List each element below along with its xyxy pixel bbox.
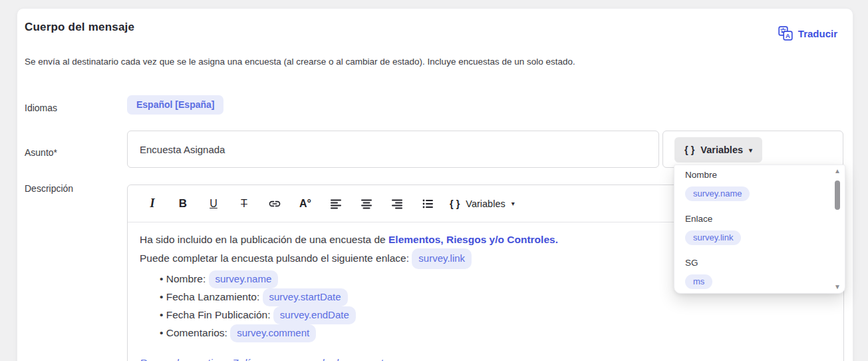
strikethrough-icon: T xyxy=(241,198,247,210)
bold-button[interactable]: B xyxy=(168,192,198,216)
dropdown-group: Nombre survey.name xyxy=(685,170,822,201)
bullet-label: Nombre: xyxy=(166,273,209,284)
variable-chip[interactable]: survey.name xyxy=(209,270,279,288)
variable-option[interactable]: ms xyxy=(685,274,712,289)
subject-input[interactable] xyxy=(127,131,659,168)
dropdown-scrollbar[interactable]: ▲ ▼ xyxy=(832,167,843,291)
strikethrough-button[interactable]: T xyxy=(229,192,259,216)
list-item: • Comentarios: survey.comment xyxy=(160,324,830,342)
bullet-icon: • xyxy=(160,309,163,320)
align-left-button[interactable] xyxy=(321,192,351,216)
bold-icon: B xyxy=(179,197,187,210)
bullet-icon: • xyxy=(160,291,163,302)
bullet-list-icon xyxy=(422,198,434,210)
message-body-card: Cuerpo del mensaje A Traducir Se envía a… xyxy=(17,8,853,361)
link-button[interactable] xyxy=(259,192,290,216)
italic-button[interactable]: I xyxy=(137,192,168,216)
variable-chip[interactable]: survey.link xyxy=(412,248,472,269)
dropdown-group-label: Enlace xyxy=(685,214,822,224)
align-right-button[interactable] xyxy=(382,192,412,216)
scroll-up-icon[interactable]: ▲ xyxy=(834,167,841,175)
translate-icon: A xyxy=(778,26,793,41)
align-left-icon xyxy=(330,198,342,210)
align-right-icon xyxy=(391,198,403,210)
italic-icon: I xyxy=(150,196,154,210)
languages-label: Idiomas xyxy=(25,103,57,113)
dropdown-group-label: Nombre xyxy=(685,170,822,180)
editor-bold-text: Elementos, Riesgos y/o Controles. xyxy=(388,234,558,245)
align-center-icon xyxy=(361,198,372,210)
braces-icon: { } xyxy=(450,198,460,209)
variable-chip[interactable]: survey.comment xyxy=(230,324,316,342)
language-chip[interactable]: Español [España] xyxy=(127,95,223,115)
subject-variables-button[interactable]: { } Variables ▾ xyxy=(674,137,762,163)
variable-chip[interactable]: survey.startDate xyxy=(263,288,348,306)
variable-chip[interactable]: survey.endDate xyxy=(273,306,356,324)
braces-icon: { } xyxy=(684,145,694,155)
editor-variables-button[interactable]: { } Variables ▾ xyxy=(450,198,515,209)
dropdown-group: Enlace survey.link xyxy=(685,214,822,245)
list-item: • Fecha Fin Publicación: survey.endDate xyxy=(160,306,830,324)
bullet-icon: • xyxy=(160,273,163,284)
bullet-label: Comentarios: xyxy=(166,327,230,338)
variables-button-label: Variables xyxy=(700,145,743,155)
dropdown-group: SG ms xyxy=(685,258,822,289)
page-title: Cuerpo del mensaje xyxy=(25,21,134,34)
bullet-label: Fecha Lanzamiento: xyxy=(166,291,263,302)
variable-option[interactable]: survey.link xyxy=(685,230,741,245)
variable-option[interactable]: survey.name xyxy=(685,186,750,201)
scroll-down-icon[interactable]: ▼ xyxy=(834,283,841,291)
form-description: Se envía al destinatario cada vez que se… xyxy=(25,57,575,67)
translate-label: Traducir xyxy=(798,28,837,39)
editor-text: Ha sido incluido en la publicación de un… xyxy=(140,234,388,245)
chevron-down-icon: ▾ xyxy=(511,200,515,207)
link-icon xyxy=(268,197,281,210)
editor-variables-label: Variables xyxy=(466,198,505,209)
font-size-icon: A° xyxy=(299,198,311,210)
editor-text: Puede completar la encuesta pulsando el … xyxy=(140,252,412,264)
font-size-button[interactable]: A° xyxy=(290,192,321,216)
translate-button[interactable]: A Traducir xyxy=(778,26,837,41)
underline-button[interactable]: U xyxy=(198,192,229,216)
variables-dropdown-panel: Nombre survey.name Enlace survey.link SG… xyxy=(674,165,845,294)
bullet-icon: • xyxy=(160,327,163,338)
chevron-down-icon: ▾ xyxy=(749,147,752,154)
bullet-list-button[interactable] xyxy=(412,192,443,216)
reminder-note: Recuerde que tiene 7 días para responder… xyxy=(140,356,830,361)
description-label: Descripción xyxy=(25,183,73,194)
scrollbar-thumb[interactable] xyxy=(835,180,840,210)
subject-label: Asunto* xyxy=(25,147,57,158)
underline-icon: U xyxy=(210,198,217,210)
dropdown-group-label: SG xyxy=(685,258,822,268)
svg-text:A: A xyxy=(786,32,790,39)
align-center-button[interactable] xyxy=(351,192,382,216)
bullet-label: Fecha Fin Publicación: xyxy=(166,309,273,320)
subject-variables-box: { } Variables ▾ xyxy=(662,131,843,168)
